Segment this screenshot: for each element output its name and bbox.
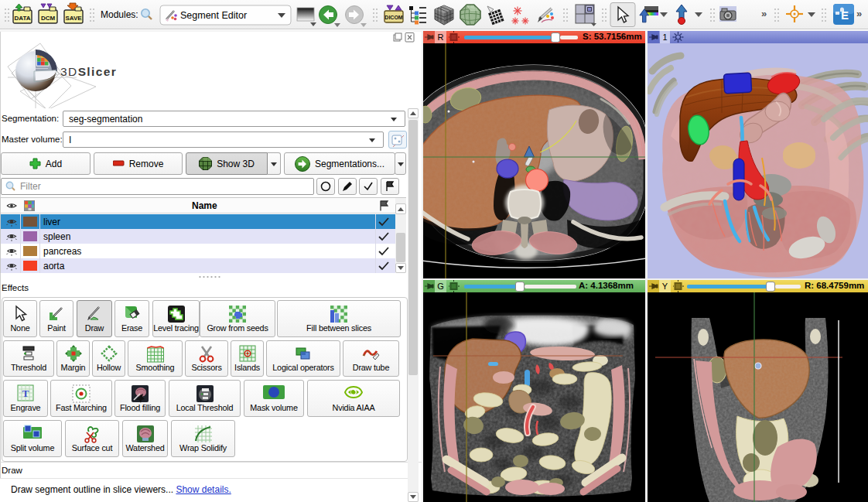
svg-text:T: T [22, 388, 29, 399]
svg-text:3DSlicer: 3DSlicer [60, 65, 117, 78]
svg-text:aorta: aorta [43, 261, 65, 271]
svg-text:spleen: spleen [43, 231, 70, 242]
svg-text:DATA: DATA [14, 15, 30, 22]
svg-text:»: » [856, 8, 862, 19]
svg-text:Modules:: Modules: [101, 9, 138, 20]
svg-text:pancreas: pancreas [43, 246, 81, 257]
svg-text:DICOM: DICOM [384, 15, 403, 20]
svg-text:Segment Editor: Segment Editor [180, 10, 247, 21]
svg-text:DCM: DCM [41, 15, 56, 22]
svg-text:liver: liver [43, 217, 60, 227]
svg-text:»: » [761, 8, 767, 19]
svg-text:SAVE: SAVE [65, 15, 82, 22]
